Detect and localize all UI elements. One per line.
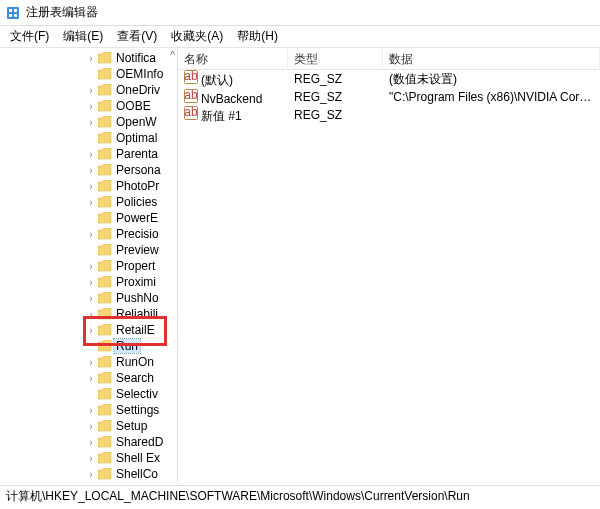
tree-item[interactable]: ›PhotoPr — [0, 178, 177, 194]
window-title: 注册表编辑器 — [26, 4, 98, 21]
tree-item[interactable]: ›Shell Ex — [0, 450, 177, 466]
folder-icon — [98, 116, 112, 128]
tree-item-label: Preview — [114, 243, 161, 257]
tree-item[interactable]: ›OOBE — [0, 98, 177, 114]
content-area: ^ ›NotificaOEMInfo›OneDriv›OOBE›OpenWOpt… — [0, 48, 600, 482]
tree-item[interactable]: ›Propert — [0, 258, 177, 274]
tree-item-label: ShellCo — [114, 467, 160, 481]
folder-icon — [98, 452, 112, 464]
expander-icon[interactable]: › — [86, 181, 96, 192]
tree-item[interactable]: Selectiv — [0, 386, 177, 402]
expander-icon[interactable]: › — [86, 469, 96, 480]
tree-item-label: OneDriv — [114, 83, 162, 97]
expander-icon[interactable]: › — [86, 405, 96, 416]
tree-item[interactable]: PowerE — [0, 210, 177, 226]
tree-item[interactable]: Optimal — [0, 130, 177, 146]
list-row[interactable]: abNvBackendREG_SZ"C:\Program Files (x86)… — [178, 88, 600, 106]
tree-item[interactable]: ›RunOn — [0, 354, 177, 370]
svg-rect-4 — [14, 14, 17, 17]
titlebar: 注册表编辑器 — [0, 0, 600, 26]
folder-icon — [98, 68, 112, 80]
tree-item[interactable]: ›Setup — [0, 418, 177, 434]
tree-item[interactable]: ›Parenta — [0, 146, 177, 162]
tree-item[interactable]: OEMInfo — [0, 66, 177, 82]
list-row[interactable]: ab(默认)REG_SZ(数值未设置) — [178, 70, 600, 88]
folder-icon — [98, 372, 112, 384]
folder-icon — [98, 164, 112, 176]
tree-item-label: Notifica — [114, 51, 158, 65]
cell-name: ab新值 #1 — [178, 105, 288, 126]
list-panel[interactable]: 名称 类型 数据 ab(默认)REG_SZ(数值未设置)abNvBackendR… — [178, 48, 600, 482]
expander-icon[interactable]: › — [86, 261, 96, 272]
col-header-name[interactable]: 名称 — [178, 48, 288, 69]
tree-item[interactable]: ›OpenW — [0, 114, 177, 130]
expander-icon[interactable]: › — [86, 421, 96, 432]
expander-icon[interactable]: › — [86, 101, 96, 112]
folder-icon — [98, 404, 112, 416]
expander-icon[interactable]: › — [86, 309, 96, 320]
expander-icon[interactable]: › — [86, 357, 96, 368]
expander-icon[interactable]: › — [86, 165, 96, 176]
tree-item[interactable]: ›Persona — [0, 162, 177, 178]
tree-item-label: Parenta — [114, 147, 160, 161]
tree-item-label: Shell Ex — [114, 451, 162, 465]
tree-panel[interactable]: ^ ›NotificaOEMInfo›OneDriv›OOBE›OpenWOpt… — [0, 48, 178, 482]
tree-item[interactable]: ›Proximi — [0, 274, 177, 290]
folder-icon — [98, 244, 112, 256]
svg-rect-1 — [9, 9, 12, 12]
tree-item[interactable]: Preview — [0, 242, 177, 258]
menu-favorites[interactable]: 收藏夹(A) — [165, 26, 229, 47]
col-header-data[interactable]: 数据 — [383, 48, 600, 69]
tree-item[interactable]: ›Policies — [0, 194, 177, 210]
col-header-type[interactable]: 类型 — [288, 48, 383, 69]
expander-icon[interactable]: › — [86, 197, 96, 208]
tree-item[interactable]: ›Notifica — [0, 50, 177, 66]
expander-icon[interactable]: › — [86, 117, 96, 128]
svg-text:ab: ab — [184, 70, 198, 83]
tree-item[interactable]: ›PushNo — [0, 290, 177, 306]
svg-text:ab: ab — [184, 106, 198, 119]
expander-icon[interactable]: › — [86, 85, 96, 96]
tree-item-label: Optimal — [114, 131, 159, 145]
folder-icon — [98, 212, 112, 224]
expander-icon[interactable]: › — [86, 149, 96, 160]
tree-item[interactable]: ›Settings — [0, 402, 177, 418]
folder-icon — [98, 148, 112, 160]
expander-icon[interactable]: › — [86, 293, 96, 304]
expander-icon[interactable]: › — [86, 53, 96, 64]
expander-icon[interactable]: › — [86, 229, 96, 240]
tree-item-label: PhotoPr — [114, 179, 161, 193]
expander-icon[interactable]: › — [86, 325, 96, 336]
list-body: ab(默认)REG_SZ(数值未设置)abNvBackendREG_SZ"C:\… — [178, 70, 600, 124]
tree-item-label: Persona — [114, 163, 163, 177]
value-name: (默认) — [201, 73, 233, 87]
tree-item[interactable]: ›Precisio — [0, 226, 177, 242]
expander-icon[interactable]: › — [86, 453, 96, 464]
tree-item[interactable]: ›ShellCo — [0, 466, 177, 482]
value-name: NvBackend — [201, 92, 262, 106]
menu-file[interactable]: 文件(F) — [4, 26, 55, 47]
expander-icon[interactable]: › — [86, 373, 96, 384]
menu-view[interactable]: 查看(V) — [111, 26, 163, 47]
svg-rect-3 — [9, 14, 12, 17]
tree-item[interactable]: Run — [0, 338, 177, 354]
folder-icon — [98, 132, 112, 144]
folder-icon — [98, 356, 112, 368]
tree-item[interactable]: ›Reliabili — [0, 306, 177, 322]
tree-item-label: PowerE — [114, 211, 160, 225]
menu-edit[interactable]: 编辑(E) — [57, 26, 109, 47]
expander-icon[interactable]: › — [86, 277, 96, 288]
scroll-up-indicator: ^ — [170, 50, 175, 61]
tree-item-label: RetailE — [114, 323, 157, 337]
folder-icon — [98, 180, 112, 192]
tree-item[interactable]: ›Search — [0, 370, 177, 386]
tree-item[interactable]: ›SharedD — [0, 434, 177, 450]
list-row[interactable]: ab新值 #1REG_SZ — [178, 106, 600, 124]
tree-item-label: SharedD — [114, 435, 165, 449]
menu-help[interactable]: 帮助(H) — [231, 26, 284, 47]
tree-item-label: Policies — [114, 195, 159, 209]
tree-item[interactable]: ›RetailE — [0, 322, 177, 338]
expander-icon[interactable]: › — [86, 437, 96, 448]
tree-item-label: OpenW — [114, 115, 159, 129]
tree-item[interactable]: ›OneDriv — [0, 82, 177, 98]
